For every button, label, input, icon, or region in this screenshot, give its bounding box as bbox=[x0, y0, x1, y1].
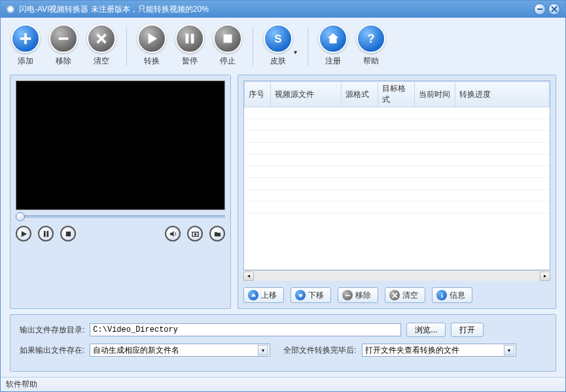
status-text: 软件帮助 bbox=[6, 379, 37, 390]
svg-rect-13 bbox=[65, 231, 70, 236]
home-icon bbox=[319, 24, 347, 53]
svg-rect-11 bbox=[43, 230, 45, 236]
open-button[interactable]: 打开 bbox=[451, 323, 484, 337]
col-srcfmt[interactable]: 源格式 bbox=[342, 82, 378, 107]
add-button[interactable]: 添加 bbox=[11, 24, 40, 67]
video-preview bbox=[16, 80, 225, 210]
stop-button[interactable]: 停止 bbox=[213, 24, 242, 67]
player-pause-button[interactable] bbox=[38, 226, 54, 241]
minus-icon bbox=[49, 24, 78, 53]
arrow-up-icon bbox=[248, 290, 258, 300]
scroll-left-arrow[interactable]: ◂ bbox=[243, 272, 254, 281]
play-icon bbox=[137, 24, 166, 53]
register-button[interactable]: 注册 bbox=[319, 24, 347, 67]
after-combo[interactable]: 打开文件夹查看转换的文件 ▾ bbox=[362, 344, 516, 357]
volume-button[interactable] bbox=[165, 226, 181, 241]
outdir-label: 输出文件存放目录: bbox=[20, 325, 84, 336]
skin-dropdown-arrow[interactable]: ▾ bbox=[294, 48, 297, 56]
arrow-down-icon bbox=[295, 290, 306, 300]
col-source[interactable]: 视频源文件 bbox=[271, 82, 342, 107]
snapshot-button[interactable] bbox=[187, 226, 203, 241]
svg-rect-21 bbox=[441, 294, 442, 298]
svg-rect-19 bbox=[345, 294, 349, 296]
toolbar: 添加 移除 清空 转换 暂停 停止 bbox=[1, 18, 565, 72]
horizontal-scrollbar[interactable]: ◂ ▸ bbox=[243, 270, 550, 281]
svg-marker-18 bbox=[298, 294, 302, 297]
browse-button[interactable]: 浏览... bbox=[406, 323, 446, 337]
svg-text:?: ? bbox=[367, 31, 374, 45]
seek-thumb[interactable] bbox=[16, 212, 25, 221]
remove-button[interactable]: 移除 bbox=[49, 24, 78, 67]
open-folder-button[interactable] bbox=[209, 226, 225, 241]
svg-marker-4 bbox=[149, 33, 158, 45]
chevron-down-icon: ▾ bbox=[258, 345, 268, 355]
file-list-panel: 序号 视频源文件 源格式 目标格式 当前时间 转换进度 bbox=[238, 75, 556, 309]
svg-rect-12 bbox=[46, 230, 48, 236]
skin-icon: S bbox=[264, 24, 292, 53]
minimize-button[interactable] bbox=[534, 3, 546, 15]
move-down-button[interactable]: 下移 bbox=[291, 287, 331, 303]
chevron-down-icon: ▾ bbox=[504, 345, 514, 355]
col-index[interactable]: 序号 bbox=[245, 82, 271, 107]
list-remove-button[interactable]: 移除 bbox=[338, 287, 378, 303]
preview-panel bbox=[10, 75, 231, 309]
output-panel: 输出文件存放目录: 浏览... 打开 如果输出文件存在: 自动生成相应的新文件名… bbox=[10, 314, 556, 372]
clear-button[interactable]: 清空 bbox=[87, 24, 116, 67]
svg-marker-14 bbox=[169, 230, 173, 236]
svg-point-20 bbox=[441, 293, 442, 294]
stop-icon bbox=[213, 24, 242, 53]
convert-button[interactable]: 转换 bbox=[137, 24, 166, 67]
exists-label: 如果输出文件存在: bbox=[20, 345, 84, 356]
svg-point-16 bbox=[194, 233, 196, 236]
status-bar: 软件帮助 bbox=[1, 377, 565, 391]
svg-rect-2 bbox=[20, 37, 31, 40]
col-progress[interactable]: 转换进度 bbox=[455, 82, 550, 107]
close-button[interactable] bbox=[548, 3, 560, 15]
window-title: 闪电-AVI视频转换器 未注册版本，只能转换视频的20% bbox=[19, 4, 209, 15]
app-icon bbox=[6, 5, 15, 14]
after-label: 全部文件转换完毕后: bbox=[283, 345, 356, 356]
col-time[interactable]: 当前时间 bbox=[415, 82, 455, 107]
outdir-input[interactable] bbox=[90, 323, 401, 336]
svg-marker-10 bbox=[21, 230, 26, 236]
info-icon bbox=[436, 290, 447, 300]
title-bar: 闪电-AVI视频转换器 未注册版本，只能转换视频的20% bbox=[1, 1, 565, 18]
svg-rect-7 bbox=[224, 35, 232, 43]
svg-rect-3 bbox=[59, 37, 69, 40]
minus-icon bbox=[342, 290, 353, 300]
pause-button[interactable]: 暂停 bbox=[175, 24, 204, 67]
exists-combo[interactable]: 自动生成相应的新文件名 ▾ bbox=[90, 344, 270, 357]
help-button[interactable]: ? 帮助 bbox=[357, 24, 385, 67]
player-play-button[interactable] bbox=[16, 226, 31, 241]
svg-marker-17 bbox=[251, 293, 255, 296]
list-clear-button[interactable]: 清空 bbox=[385, 287, 425, 303]
svg-rect-6 bbox=[191, 34, 194, 44]
skin-button[interactable]: S 皮肤 bbox=[264, 24, 292, 67]
question-icon: ? bbox=[357, 24, 385, 53]
pause-icon bbox=[175, 24, 204, 53]
seek-slider[interactable] bbox=[16, 215, 225, 218]
x-icon bbox=[389, 290, 400, 300]
svg-rect-5 bbox=[186, 34, 189, 44]
app-window: 闪电-AVI视频转换器 未注册版本，只能转换视频的20% 添加 移除 清空 转 bbox=[0, 0, 566, 392]
player-stop-button[interactable] bbox=[60, 226, 76, 241]
x-icon bbox=[87, 24, 116, 53]
svg-text:S: S bbox=[274, 33, 281, 45]
scroll-right-arrow[interactable]: ▸ bbox=[540, 272, 550, 281]
file-table[interactable]: 序号 视频源文件 源格式 目标格式 当前时间 转换进度 bbox=[243, 80, 550, 270]
col-dstfmt[interactable]: 目标格式 bbox=[378, 82, 415, 107]
svg-rect-0 bbox=[537, 9, 542, 10]
move-up-button[interactable]: 上移 bbox=[243, 287, 284, 303]
plus-icon bbox=[11, 24, 40, 53]
info-button[interactable]: 信息 bbox=[432, 287, 472, 303]
